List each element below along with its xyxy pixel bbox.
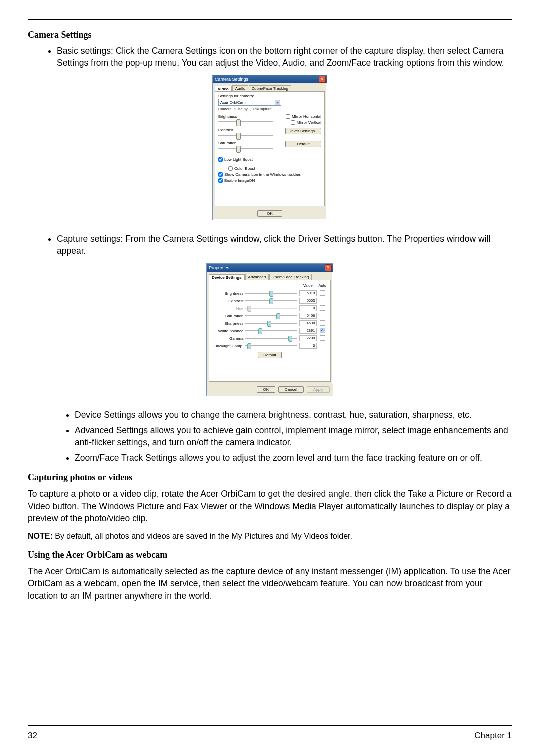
ok-button[interactable]: OK: [257, 386, 276, 393]
show-taskbar-checkbox[interactable]: Show Camera icon in the Windows taskbar.: [218, 172, 322, 177]
sharpness-slider[interactable]: [246, 321, 298, 326]
saturation-slider[interactable]: [246, 314, 298, 318]
bullet-capture-settings: Capture settings: From the Camera Settin…: [57, 234, 512, 257]
row-whitebalance-label: White balance: [212, 328, 244, 335]
tab-zoom-face[interactable]: Zoom/Face Tracking: [249, 86, 292, 92]
chapter-label: Chapter 1: [474, 731, 512, 741]
hue-value: 0: [300, 306, 317, 312]
settings-for-label: Settings for camera:: [218, 94, 322, 98]
bullet-zoom-face-track: Zoom/Face Track Settings allows you to a…: [75, 452, 512, 464]
cancel-button[interactable]: Cancel: [278, 386, 304, 393]
backlight-value: 0: [300, 343, 317, 349]
backlight-auto-checkbox: [320, 343, 326, 348]
row-sharpness-label: Sharpness: [212, 320, 244, 328]
enable-imageon-checkbox[interactable]: Enable ImageON: [218, 178, 322, 183]
saturation-slider[interactable]: [218, 146, 274, 151]
driver-settings-button[interactable]: Driver Settings...: [286, 128, 322, 134]
dialog-title: Camera Settings: [215, 77, 248, 82]
camera-settings-dialog: Camera Settings × Video Audio Zoom/Face …: [212, 75, 328, 220]
contrast-label: Contrast: [218, 128, 274, 132]
column-value: Value: [304, 284, 313, 288]
whitebalance-auto-checkbox[interactable]: [320, 328, 326, 334]
contrast-auto-checkbox: [320, 298, 326, 304]
paragraph-webcam: The Acer OrbiCam is automatically select…: [28, 566, 512, 602]
bullet-advanced-settings: Advanced Settings allows you to achieve …: [75, 425, 512, 448]
properties-dialog: Properties × Device Settings Advanced Zo…: [206, 264, 334, 396]
chevron-down-icon: ▾: [276, 100, 280, 105]
default-button[interactable]: Default: [286, 141, 322, 148]
heading-capturing: Capturing photos or videos: [28, 472, 512, 483]
contrast-slider[interactable]: [246, 298, 298, 304]
camera-in-use-note: Camera in use by QuickCapture.: [218, 107, 322, 112]
contrast-value: 5003: [300, 298, 317, 304]
page-number: 32: [28, 731, 38, 741]
sharpness-value: 4538: [300, 320, 317, 326]
brightness-auto-checkbox: [320, 290, 326, 296]
close-icon[interactable]: ×: [319, 76, 326, 83]
column-auto: Auto: [319, 284, 326, 288]
dialog-title: Properties: [209, 266, 230, 270]
saturation-value: 6456: [300, 313, 317, 319]
hue-slider: [246, 306, 298, 311]
bullet-device-settings: Device Settings allows you to change the…: [75, 410, 512, 422]
saturation-auto-checkbox: [320, 313, 326, 318]
brightness-label: Brightness: [218, 114, 274, 119]
default-button[interactable]: Default: [258, 352, 282, 358]
color-boost-checkbox[interactable]: Color Boost: [228, 166, 322, 171]
close-icon[interactable]: ×: [325, 264, 332, 272]
saturation-label: Saturation: [218, 141, 274, 146]
row-gamma-label: Gamma: [212, 335, 244, 342]
contrast-slider[interactable]: [218, 133, 274, 138]
tab-zoom-face[interactable]: Zoom/Face Tracking: [270, 274, 312, 280]
backlight-slider[interactable]: [246, 344, 298, 348]
brightness-slider[interactable]: [218, 120, 274, 124]
apply-button[interactable]: Apply: [307, 386, 330, 393]
gamma-slider[interactable]: [246, 336, 298, 341]
heading-camera-settings: Camera Settings: [28, 30, 512, 40]
mirror-vertical-checkbox[interactable]: Mirror Vertical: [291, 120, 322, 125]
hue-auto-checkbox: [320, 306, 326, 311]
whitebalance-value: 2891: [300, 328, 317, 334]
tab-advanced[interactable]: Advanced: [246, 274, 270, 280]
gamma-value: 2200: [300, 336, 317, 342]
heading-webcam: Using the Acer OrbiCam as webcam: [28, 550, 512, 560]
row-brightness-label: Brightness: [212, 290, 244, 298]
brightness-value: 5019: [300, 290, 317, 296]
note-save-location: NOTE: By default, all photos and videos …: [28, 532, 512, 541]
mirror-horizontal-checkbox[interactable]: Mirror Horizontal: [286, 114, 322, 119]
camera-select[interactable]: Acer OrbiCam ▾: [218, 99, 282, 106]
whitebalance-slider[interactable]: [246, 328, 298, 334]
gamma-auto-checkbox: [320, 336, 326, 341]
sharpness-auto-checkbox: [320, 320, 326, 326]
ok-button[interactable]: OK: [258, 210, 282, 217]
low-light-boost-checkbox[interactable]: Low Light Boost: [218, 158, 322, 162]
camera-select-value: Acer OrbiCam: [220, 100, 246, 105]
row-saturation-label: Saturation: [212, 312, 244, 320]
brightness-slider[interactable]: [246, 291, 298, 296]
tab-audio[interactable]: Audio: [232, 86, 248, 92]
row-backlight-label: Backlight Comp.: [212, 342, 244, 350]
row-contrast-label: Contrast: [212, 298, 244, 305]
row-hue-label: Hue: [212, 305, 244, 312]
paragraph-capturing: To capture a photo or a video clip, rota…: [28, 488, 512, 525]
bullet-basic-settings: Basic settings: Click the Camera Setting…: [57, 46, 512, 69]
